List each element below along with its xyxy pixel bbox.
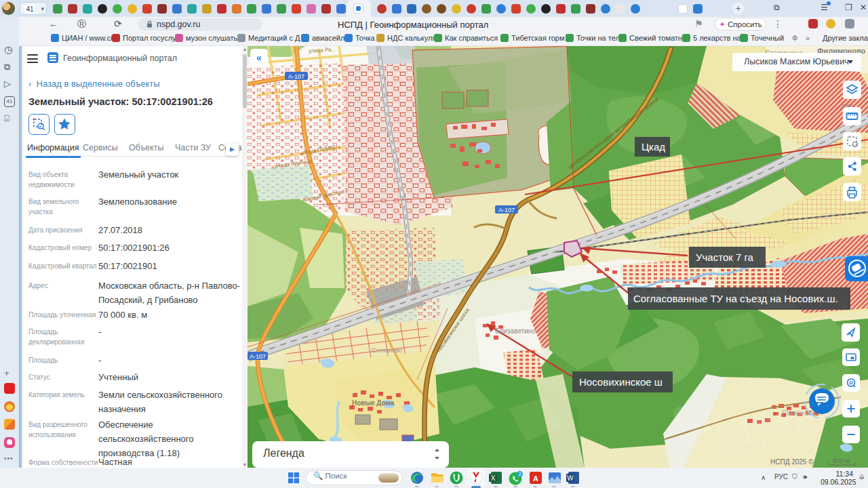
svg-text:А-107: А-107 (288, 73, 304, 80)
svg-text:А-107: А-107 (498, 207, 515, 214)
svg-text:Легенда: Легенда (263, 447, 304, 459)
svg-text:Степаново: Степаново (372, 347, 402, 354)
svg-text:Согласованные ТУ на съезд на Н: Согласованные ТУ на съезд на Носових.ш. (633, 293, 838, 304)
svg-text:НСПД 2025 ©: НСПД 2025 © (770, 458, 814, 466)
svg-text:56713: 56713 (719, 434, 783, 460)
svg-text:Участок 7 га: Участок 7 га (696, 251, 754, 263)
svg-text:Близаветино: Близаветино (495, 327, 536, 335)
svg-text:Носовихинское ш: Носовихинское ш (579, 376, 663, 388)
svg-text:X: X (491, 474, 496, 482)
svg-text:2: 2 (518, 471, 521, 477)
svg-text:Новые Дома: Новые Дома (352, 399, 395, 407)
svg-text:W: W (567, 474, 574, 482)
svg-text:A: A (533, 474, 538, 483)
svg-text:А-107: А-107 (250, 353, 266, 360)
svg-text:Лысиков Максим Юрьевич: Лысиков Максим Юрьевич (744, 57, 849, 66)
svg-text:«: « (256, 52, 262, 63)
svg-text:500 м: 500 м (833, 457, 850, 464)
svg-text:Цкад: Цкад (642, 141, 665, 152)
